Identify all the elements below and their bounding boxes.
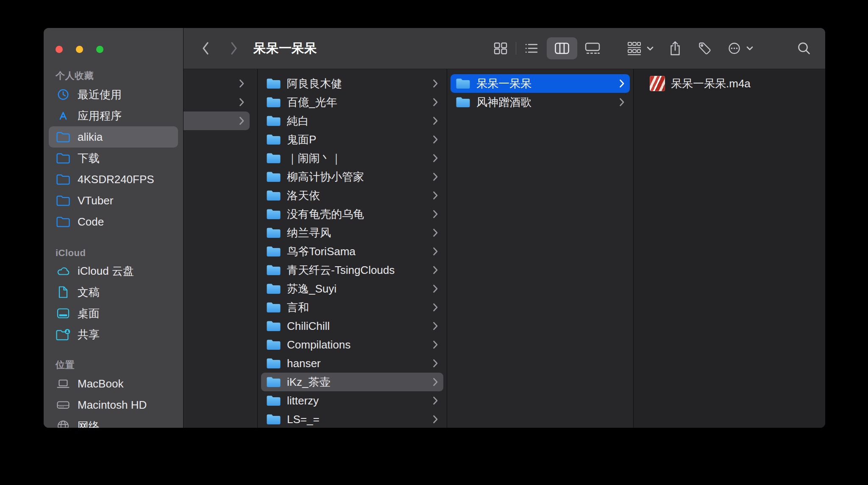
folder-row[interactable]: 鸟爷ToriSama [261, 242, 443, 261]
column1-row[interactable] [184, 93, 250, 111]
sidebar-item-alikia[interactable]: alikia [49, 126, 178, 148]
column-view-button[interactable] [547, 37, 577, 59]
file-row[interactable]: 呆呆一呆呆.m4a [645, 74, 822, 93]
chevron-right-icon [229, 41, 239, 56]
close-button[interactable] [56, 46, 63, 53]
sidebar-item-documents[interactable]: 文稿 [49, 282, 178, 303]
folder-row[interactable]: litterzy [261, 391, 443, 410]
sidebar-item-4ksdr240fps[interactable]: 4KSDR240FPS [49, 169, 178, 190]
folder-row[interactable]: 青天纤云-TsingClouds [261, 261, 443, 279]
folder-name: iKz_茶壶 [287, 375, 427, 390]
folder-row[interactable]: 百億_光年 [261, 93, 443, 111]
folder-icon [266, 134, 281, 145]
sidebar-item-desktop[interactable]: 桌面 [49, 303, 178, 324]
folder-row-selected[interactable]: iKz_茶壶 [261, 373, 443, 391]
main-area: 呆呆一呆呆 [184, 28, 825, 428]
desktop-icon [56, 306, 71, 321]
folder-name: hanser [287, 357, 427, 370]
sidebar-section-icloud: iCloud [44, 245, 183, 260]
sidebar: 个人收藏 最近使用 应用程序 alikia [44, 28, 184, 428]
sidebar-item-label: Macintosh HD [78, 399, 147, 412]
folder-icon [56, 172, 71, 187]
chevron-right-icon [619, 79, 625, 88]
minimize-button[interactable] [76, 46, 83, 53]
folder-icon [266, 339, 281, 351]
chevron-right-icon [433, 415, 438, 424]
sidebar-item-shared[interactable]: 共享 [49, 324, 178, 345]
back-button[interactable] [198, 38, 213, 59]
folder-row[interactable]: 苏逸_Suyi [261, 279, 443, 298]
sidebar-item-label: MacBook [78, 377, 123, 390]
chevron-right-icon [433, 209, 438, 219]
chevron-left-icon [201, 41, 210, 56]
sidebar-item-network[interactable]: 网络 [49, 415, 178, 428]
folder-icon [266, 245, 281, 257]
sidebar-item-macintosh-hd[interactable]: Macintosh HD [49, 394, 178, 415]
column1-row[interactable] [184, 74, 250, 93]
folder-icon [266, 78, 281, 89]
folder-row[interactable]: 柳高计协小管家 [261, 167, 443, 186]
folder-name: 风神蹭酒歌 [476, 95, 613, 110]
folder-row[interactable]: ChiliChill [261, 317, 443, 335]
sidebar-item-recents[interactable]: 最近使用 [49, 84, 178, 105]
folder-row[interactable]: 言和 [261, 298, 443, 317]
file-name: 呆呆一呆呆.m4a [671, 76, 817, 91]
folder-row[interactable]: LS=_= [261, 410, 443, 428]
folder-row[interactable]: Compilations [261, 335, 443, 354]
chevron-right-icon [433, 303, 438, 312]
folder-name: 鸟爷ToriSama [287, 244, 427, 259]
ellipsis-circle-icon [728, 42, 741, 55]
zoom-button[interactable] [96, 46, 103, 53]
folder-row[interactable]: hanser [261, 354, 443, 373]
folder-name: 言和 [287, 300, 427, 315]
chevron-right-icon [433, 377, 438, 387]
folder-row[interactable]: 洛天依 [261, 186, 443, 205]
sidebar-item-icloud-drive[interactable]: iCloud 云盘 [49, 260, 178, 282]
column1-row-selected[interactable] [184, 111, 250, 130]
gallery-icon [584, 42, 601, 55]
sidebar-item-downloads[interactable]: 下载 [49, 148, 178, 169]
icon-view-button[interactable] [485, 37, 516, 59]
sidebar-item-applications[interactable]: 应用程序 [49, 105, 178, 126]
gallery-view-button[interactable] [577, 37, 608, 59]
folder-row[interactable]: 没有龟壳的乌龟 [261, 205, 443, 223]
share-icon [669, 41, 682, 56]
folder-name: 青天纤云-TsingClouds [287, 263, 427, 278]
folder-icon [56, 151, 71, 165]
sidebar-item-macbook[interactable]: MacBook [49, 373, 178, 394]
folder-row[interactable]: 純白 [261, 111, 443, 130]
folder-row-selected-active[interactable]: 呆呆一呆呆 [451, 74, 630, 93]
sidebar-item-label: iCloud 云盘 [78, 264, 134, 279]
folder-icon [266, 357, 281, 369]
sidebar-item-vtuber[interactable]: VTuber [49, 190, 178, 211]
tag-icon [698, 42, 712, 55]
list-view-button[interactable] [516, 37, 547, 59]
chevron-right-icon [433, 284, 438, 293]
list-icon [524, 42, 539, 55]
chevron-right-icon [433, 228, 438, 237]
folder-row[interactable]: 阿良良木健 [261, 74, 443, 93]
folder-name: 鬼面P [287, 132, 427, 147]
app-store-icon [56, 109, 71, 123]
folder-name: 呆呆一呆呆 [476, 76, 613, 91]
folder-row[interactable]: 鬼面P [261, 130, 443, 149]
search-button[interactable] [794, 39, 814, 58]
more-options-button[interactable] [725, 39, 756, 58]
sidebar-section-favorites: 个人收藏 [44, 69, 183, 84]
folder-row[interactable]: 纳兰寻风 [261, 223, 443, 242]
document-icon [56, 285, 71, 299]
folder-row[interactable]: 风神蹭酒歌 [451, 93, 630, 111]
folder-icon [56, 193, 71, 208]
column-2: 阿良良木健 百億_光年 純白 鬼面P [258, 69, 447, 428]
sidebar-item-label: 最近使用 [78, 87, 122, 102]
group-by-button[interactable] [625, 39, 657, 58]
folder-name: LS=_= [287, 413, 427, 426]
tags-button[interactable] [696, 39, 714, 58]
sidebar-item-code[interactable]: Code [49, 211, 178, 232]
chevron-right-icon [239, 98, 245, 107]
column-4: 呆呆一呆呆.m4a [634, 69, 825, 428]
forward-button[interactable] [227, 38, 241, 59]
folder-row[interactable]: ｜闹闹丶｜ [261, 149, 443, 167]
folder-name: litterzy [287, 394, 427, 407]
share-button[interactable] [666, 38, 684, 59]
